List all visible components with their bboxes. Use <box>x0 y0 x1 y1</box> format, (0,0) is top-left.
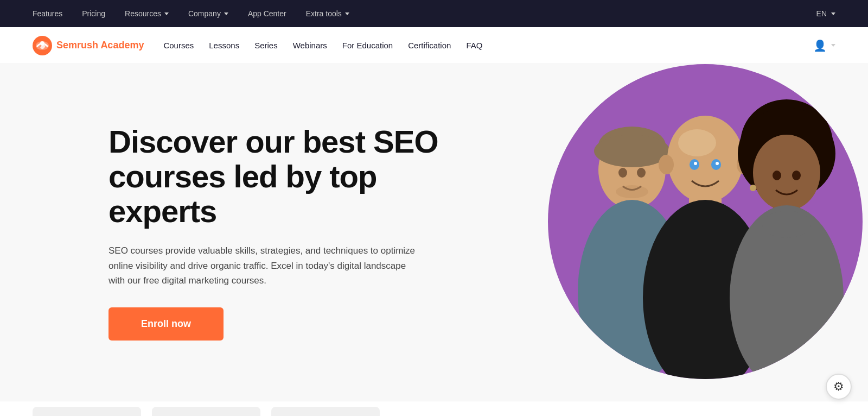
nav-webinars[interactable]: Webinars <box>293 41 327 50</box>
svg-point-23 <box>753 135 820 211</box>
svg-point-17 <box>694 162 697 165</box>
svg-point-28 <box>792 171 801 180</box>
hero-content: Discover our best SEO courses led by top… <box>108 124 488 341</box>
settings-button[interactable]: ⚙ <box>826 374 852 400</box>
user-account-button[interactable]: 👤 <box>813 39 835 52</box>
cards-section <box>0 401 868 416</box>
top-navigation-bar: Features Pricing Resources Company App C… <box>0 0 868 27</box>
nav-for-education[interactable]: For Education <box>342 41 393 50</box>
gear-icon: ⚙ <box>833 380 844 394</box>
topnav-resources[interactable]: Resources <box>125 9 169 18</box>
svg-point-12 <box>678 129 716 156</box>
card-item <box>152 407 260 417</box>
hero-image <box>548 64 868 401</box>
enroll-now-button[interactable]: Enroll now <box>108 307 224 341</box>
nav-courses[interactable]: Courses <box>163 41 194 50</box>
topnav-company[interactable]: Company <box>188 9 228 18</box>
svg-point-18 <box>716 162 719 165</box>
nav-certification[interactable]: Certification <box>408 41 451 50</box>
academy-nav-links: Courses Lessons Series Webinars For Educ… <box>163 41 482 50</box>
chevron-down-icon <box>164 12 169 15</box>
topnav-features[interactable]: Features <box>33 9 62 18</box>
svg-point-19 <box>659 155 674 174</box>
svg-point-9 <box>637 168 646 178</box>
language-selector[interactable]: EN <box>816 9 835 18</box>
svg-point-8 <box>618 168 627 178</box>
hero-title: Discover our best SEO courses led by top… <box>108 124 488 228</box>
hero-section: Discover our best SEO courses led by top… <box>0 64 868 401</box>
hero-circle <box>548 64 863 379</box>
chevron-down-icon <box>831 12 835 15</box>
logo[interactable]: Semrush Academy <box>33 36 144 55</box>
hero-description: SEO courses provide valuable skills, str… <box>108 243 423 288</box>
svg-point-5 <box>594 135 670 167</box>
person-3 <box>730 99 844 379</box>
user-icon: 👤 <box>813 39 827 52</box>
svg-point-27 <box>773 171 781 180</box>
topnav-pricing[interactable]: Pricing <box>82 9 105 18</box>
card-item <box>271 407 380 417</box>
main-navigation: Semrush Academy Courses Lessons Series W… <box>0 27 868 64</box>
nav-series[interactable]: Series <box>254 41 278 50</box>
main-nav-left: Semrush Academy Courses Lessons Series W… <box>33 36 482 55</box>
people-illustration <box>548 64 863 379</box>
nav-lessons[interactable]: Lessons <box>209 41 239 50</box>
svg-point-11 <box>667 116 743 203</box>
card-item <box>33 407 141 417</box>
svg-point-26 <box>762 211 811 238</box>
chevron-down-icon <box>345 12 349 15</box>
svg-point-29 <box>750 185 756 191</box>
svg-point-10 <box>616 185 648 198</box>
top-nav-links: Features Pricing Resources Company App C… <box>33 9 349 18</box>
logo-text: Semrush Academy <box>56 40 144 51</box>
chevron-down-icon <box>831 44 835 47</box>
semrush-logo-icon <box>33 36 52 55</box>
chevron-down-icon <box>224 12 228 15</box>
topnav-extra-tools[interactable]: Extra tools <box>306 9 349 18</box>
topnav-app-center[interactable]: App Center <box>248 9 286 18</box>
nav-faq[interactable]: FAQ <box>466 41 482 50</box>
